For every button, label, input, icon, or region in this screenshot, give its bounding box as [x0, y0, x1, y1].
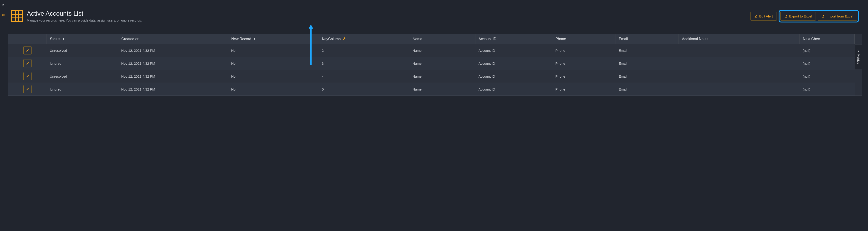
edit-row-button[interactable] — [23, 59, 32, 67]
cell-notes — [679, 70, 761, 83]
table-row: UnresolvedNov 12, 2021 4:32 PMNo4NameAcc… — [8, 70, 855, 83]
edit-alert-label: Edit Alert — [759, 14, 773, 18]
cell-notes — [679, 83, 761, 96]
header-divider — [8, 30, 862, 30]
cell-created: Nov 12, 2021 4:32 PM — [118, 70, 228, 83]
import-excel-button[interactable]: Import from Excel — [817, 12, 857, 21]
col-new-record[interactable]: New Record — [228, 34, 319, 44]
grid-icon — [11, 10, 23, 22]
cell-phone: Phone — [552, 57, 615, 70]
cell-phone: Phone — [552, 70, 615, 83]
table-row: IgnoredNov 12, 2021 4:32 PMNo5NameAccoun… — [8, 83, 855, 96]
cell-account-id: Account ID — [475, 83, 552, 96]
cell-notes — [679, 57, 761, 70]
cell-new-record: No — [228, 57, 319, 70]
table-row: IgnoredNov 12, 2021 4:32 PMNo3NameAccoun… — [8, 57, 855, 70]
cell-account-id: Account ID — [475, 44, 552, 57]
cell-name: Name — [409, 44, 475, 57]
cell-next-check: (null) — [800, 70, 855, 83]
edit-row-button[interactable] — [23, 72, 32, 80]
import-excel-label: Import from Excel — [827, 14, 853, 18]
col-key[interactable]: KeyColumn — [319, 34, 409, 44]
cell-name: Name — [409, 57, 475, 70]
cell-key: 4 — [319, 70, 409, 83]
cell-new-record: No — [228, 70, 319, 83]
cell-spacer — [761, 44, 800, 57]
cell-name: Name — [409, 70, 475, 83]
cell-status: Unresolved — [47, 70, 118, 83]
cell-created: Nov 12, 2021 4:32 PM — [118, 57, 228, 70]
cell-email: Email — [615, 83, 679, 96]
cell-next-check: (null) — [800, 44, 855, 57]
edit-row-button[interactable] — [23, 85, 32, 93]
cell-account-id: Account ID — [475, 57, 552, 70]
metrics-flyout-tab[interactable]: Metrics — [855, 44, 862, 69]
cell-account-id: Account ID — [475, 70, 552, 83]
export-excel-label: Export to Excel — [789, 14, 812, 18]
table-row: UnresolvedNov 12, 2021 4:32 PMNo2NameAcc… — [8, 44, 855, 57]
add-circle-icon[interactable]: ⊕ — [2, 13, 5, 17]
cell-next-check: (null) — [800, 57, 855, 70]
edit-square-icon — [754, 15, 757, 18]
file-excel-icon — [784, 15, 787, 18]
cell-spacer — [761, 83, 800, 96]
sort-desc-icon — [253, 37, 256, 41]
cell-notes — [679, 44, 761, 57]
cell-name: Name — [409, 83, 475, 96]
edit-row-button[interactable] — [23, 46, 32, 55]
cell-email: Email — [615, 44, 679, 57]
cell-created: Nov 12, 2021 4:32 PM — [118, 44, 228, 57]
cell-spacer — [761, 70, 800, 83]
col-created[interactable]: Created on — [118, 34, 228, 44]
col-phone[interactable]: Phone — [552, 34, 615, 44]
file-excel-icon — [822, 15, 825, 18]
page-title: Active Accounts List — [27, 10, 142, 17]
cell-phone: Phone — [552, 83, 615, 96]
cell-new-record: No — [228, 83, 319, 96]
accounts-table: Status Created on New Record KeyColumn — [8, 34, 862, 96]
col-next-check[interactable]: Next Chec — [800, 34, 855, 44]
col-name[interactable]: Name — [409, 34, 475, 44]
highlighted-export-import-group: Export to Excel Import from Excel — [779, 10, 859, 23]
cell-spacer — [761, 57, 800, 70]
col-notes[interactable]: Additional Notes — [679, 34, 761, 44]
col-email[interactable]: Email — [615, 34, 679, 44]
col-status[interactable]: Status — [47, 34, 118, 44]
cell-status: Ignored — [47, 83, 118, 96]
cell-email: Email — [615, 57, 679, 70]
cell-key: 5 — [319, 83, 409, 96]
cell-next-check: (null) — [800, 83, 855, 96]
chart-line-icon — [857, 49, 860, 53]
col-edit[interactable] — [8, 34, 47, 44]
export-excel-button[interactable]: Export to Excel — [780, 12, 816, 21]
edit-alert-button[interactable]: Edit Alert — [750, 12, 777, 21]
col-spacer — [761, 34, 800, 44]
cell-key: 3 — [319, 57, 409, 70]
cell-key: 2 — [319, 44, 409, 57]
expand-chevrons-icon[interactable]: » — [2, 3, 4, 6]
page-subtitle: Manage your records here. You can provid… — [27, 19, 142, 22]
filter-icon — [62, 37, 65, 41]
metrics-label: Metrics — [857, 54, 860, 64]
key-icon — [343, 37, 346, 41]
cell-new-record: No — [228, 44, 319, 57]
cell-status: Ignored — [47, 57, 118, 70]
cell-email: Email — [615, 70, 679, 83]
cell-created: Nov 12, 2021 4:32 PM — [118, 83, 228, 96]
col-account-id[interactable]: Account ID — [475, 34, 552, 44]
cell-phone: Phone — [552, 44, 615, 57]
cell-status: Unresolved — [47, 44, 118, 57]
